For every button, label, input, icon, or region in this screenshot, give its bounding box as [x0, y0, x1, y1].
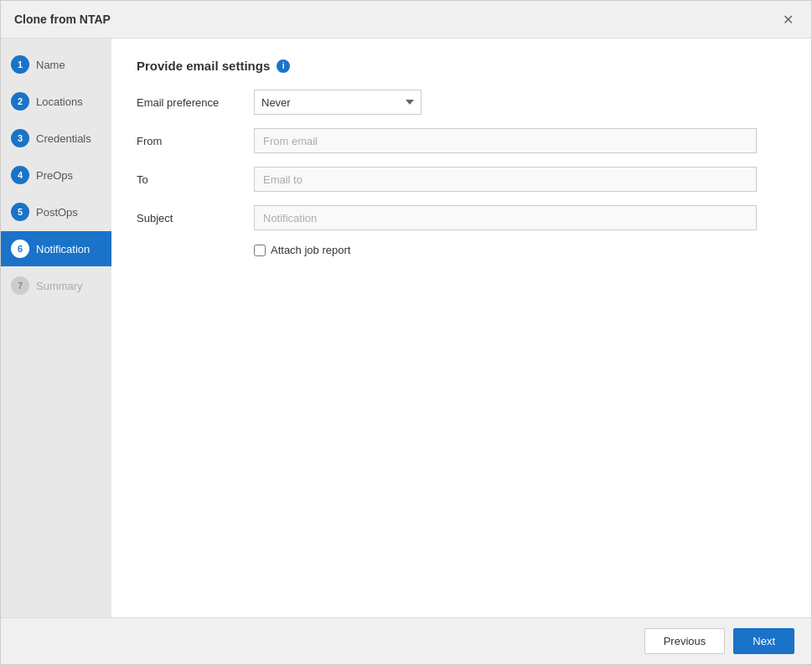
step-circle-3: 3: [11, 129, 29, 147]
subject-input[interactable]: [254, 205, 757, 230]
sidebar-item-label: Locations: [36, 95, 83, 108]
close-button[interactable]: ✕: [778, 9, 798, 29]
attach-job-report-label[interactable]: Attach job report: [271, 244, 350, 256]
dialog-body: 1 Name 2 Locations 3 Credentials 4: [1, 39, 811, 617]
to-input[interactable]: [254, 167, 757, 192]
sidebar: 1 Name 2 Locations 3 Credentials 4: [1, 39, 111, 617]
section-title: Provide email settings i: [137, 59, 786, 73]
sidebar-item-label: Name: [36, 59, 65, 71]
sidebar-item-label: Summary: [36, 280, 83, 292]
sidebar-item-summary[interactable]: 7 Summary: [1, 268, 111, 303]
subject-row: Subject: [137, 205, 786, 230]
sidebar-item-label: Credentials: [36, 132, 91, 145]
step-circle-1: 1: [11, 55, 29, 74]
dialog-footer: Previous Next: [1, 617, 811, 664]
sidebar-item-label: PostOps: [36, 206, 78, 219]
email-preference-label: Email preference: [137, 96, 254, 109]
from-label: From: [137, 135, 254, 147]
email-preference-row: Email preference Never On Failure Always: [137, 90, 786, 115]
title-bar: Clone from NTAP ✕: [1, 1, 811, 39]
step-circle-5: 5: [11, 203, 29, 221]
step-circle-2: 2: [11, 92, 29, 111]
next-button[interactable]: Next: [733, 628, 794, 654]
sidebar-item-label: Notification: [36, 243, 90, 255]
sidebar-item-name[interactable]: 1 Name: [1, 47, 111, 82]
sidebar-item-label: PreOps: [36, 169, 73, 182]
clone-dialog: Clone from NTAP ✕ 1 Name 2 Locations 3: [0, 0, 812, 665]
dialog-title: Clone from NTAP: [14, 13, 111, 26]
attach-job-report-checkbox[interactable]: [254, 245, 266, 256]
sidebar-item-locations[interactable]: 2 Locations: [1, 84, 111, 119]
main-content: Provide email settings i Email preferenc…: [111, 39, 811, 617]
to-label: To: [137, 173, 254, 186]
sidebar-item-postops[interactable]: 5 PostOps: [1, 194, 111, 229]
attach-job-report-row: Attach job report: [254, 244, 786, 256]
email-preference-select[interactable]: Never On Failure Always: [254, 90, 422, 115]
to-row: To: [137, 167, 786, 192]
close-icon: ✕: [783, 12, 794, 28]
info-icon[interactable]: i: [277, 59, 290, 73]
subject-label: Subject: [137, 212, 254, 224]
sidebar-item-notification[interactable]: 6 Notification: [1, 231, 111, 266]
step-circle-4: 4: [11, 166, 29, 184]
from-input[interactable]: [254, 128, 757, 153]
from-row: From: [137, 128, 786, 153]
previous-button[interactable]: Previous: [644, 628, 726, 654]
step-circle-7: 7: [11, 276, 29, 295]
sidebar-item-credentials[interactable]: 3 Credentials: [1, 121, 111, 156]
sidebar-item-preops[interactable]: 4 PreOps: [1, 157, 111, 193]
step-circle-6: 6: [11, 240, 29, 258]
